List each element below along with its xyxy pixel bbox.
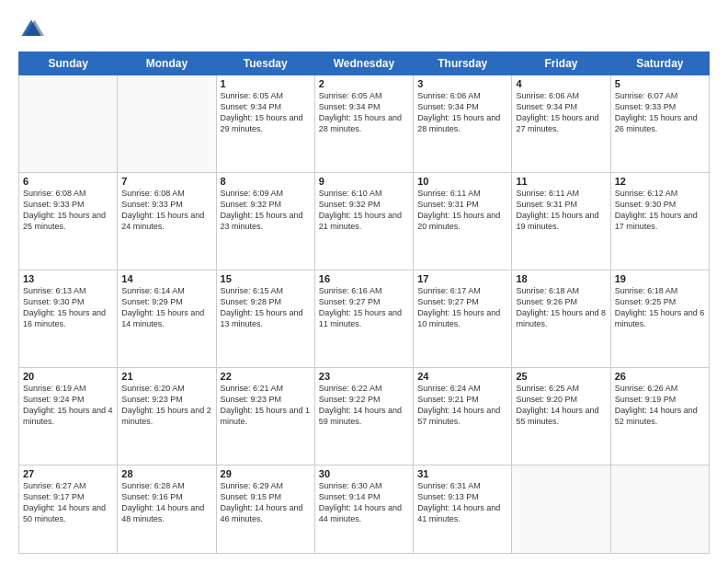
day-number: 12 bbox=[615, 176, 705, 187]
calendar-cell: 28Sunrise: 6:28 AM Sunset: 9:16 PM Dayli… bbox=[118, 465, 216, 553]
day-number: 24 bbox=[417, 371, 507, 382]
day-number: 22 bbox=[221, 371, 311, 382]
calendar-cell: 14Sunrise: 6:14 AM Sunset: 9:29 PM Dayli… bbox=[118, 270, 216, 367]
day-info: Sunrise: 6:18 AM Sunset: 9:26 PM Dayligh… bbox=[516, 285, 606, 330]
calendar-cell: 2Sunrise: 6:05 AM Sunset: 9:34 PM Daylig… bbox=[314, 75, 413, 173]
calendar-week-row: 1Sunrise: 6:05 AM Sunset: 9:34 PM Daylig… bbox=[19, 75, 710, 173]
day-info: Sunrise: 6:13 AM Sunset: 9:30 PM Dayligh… bbox=[23, 285, 113, 330]
calendar-cell: 9Sunrise: 6:10 AM Sunset: 9:32 PM Daylig… bbox=[314, 172, 413, 270]
day-info: Sunrise: 6:05 AM Sunset: 9:34 PM Dayligh… bbox=[221, 90, 311, 135]
day-info: Sunrise: 6:06 AM Sunset: 9:34 PM Dayligh… bbox=[516, 90, 606, 135]
calendar-cell: 31Sunrise: 6:31 AM Sunset: 9:13 PM Dayli… bbox=[414, 465, 512, 553]
page: Sunday Monday Tuesday Wednesday Thursday… bbox=[0, 0, 728, 563]
day-number: 11 bbox=[516, 176, 606, 187]
calendar-cell: 19Sunrise: 6:18 AM Sunset: 9:25 PM Dayli… bbox=[610, 270, 709, 367]
day-number: 16 bbox=[319, 273, 409, 284]
col-friday: Friday bbox=[512, 52, 610, 75]
calendar-cell: 15Sunrise: 6:15 AM Sunset: 9:28 PM Dayli… bbox=[216, 270, 314, 367]
col-monday: Monday bbox=[118, 52, 216, 75]
day-number: 13 bbox=[23, 273, 113, 284]
col-wednesday: Wednesday bbox=[314, 52, 413, 75]
day-number: 3 bbox=[417, 78, 507, 89]
day-number: 9 bbox=[319, 176, 409, 187]
day-info: Sunrise: 6:31 AM Sunset: 9:13 PM Dayligh… bbox=[417, 480, 507, 525]
day-info: Sunrise: 6:15 AM Sunset: 9:28 PM Dayligh… bbox=[221, 285, 311, 330]
day-number: 6 bbox=[23, 176, 113, 187]
calendar-cell: 20Sunrise: 6:19 AM Sunset: 9:24 PM Dayli… bbox=[19, 367, 118, 465]
day-number: 8 bbox=[221, 176, 311, 187]
day-info: Sunrise: 6:14 AM Sunset: 9:29 PM Dayligh… bbox=[121, 285, 211, 330]
day-info: Sunrise: 6:27 AM Sunset: 9:17 PM Dayligh… bbox=[23, 480, 113, 525]
calendar-cell: 25Sunrise: 6:25 AM Sunset: 9:20 PM Dayli… bbox=[512, 367, 610, 465]
col-saturday: Saturday bbox=[610, 52, 709, 75]
day-info: Sunrise: 6:09 AM Sunset: 9:32 PM Dayligh… bbox=[221, 188, 311, 233]
day-info: Sunrise: 6:08 AM Sunset: 9:33 PM Dayligh… bbox=[121, 188, 211, 233]
day-info: Sunrise: 6:12 AM Sunset: 9:30 PM Dayligh… bbox=[615, 188, 705, 233]
day-info: Sunrise: 6:17 AM Sunset: 9:27 PM Dayligh… bbox=[417, 285, 507, 330]
calendar-cell: 13Sunrise: 6:13 AM Sunset: 9:30 PM Dayli… bbox=[19, 270, 118, 367]
day-number: 19 bbox=[615, 273, 705, 284]
day-number: 28 bbox=[121, 468, 211, 479]
calendar-cell: 26Sunrise: 6:26 AM Sunset: 9:19 PM Dayli… bbox=[610, 367, 709, 465]
calendar-cell: 18Sunrise: 6:18 AM Sunset: 9:26 PM Dayli… bbox=[512, 270, 610, 367]
day-number: 4 bbox=[516, 78, 606, 89]
col-tuesday: Tuesday bbox=[216, 52, 314, 75]
day-number: 25 bbox=[516, 371, 606, 382]
calendar-table: Sunday Monday Tuesday Wednesday Thursday… bbox=[18, 52, 710, 554]
calendar-cell bbox=[118, 75, 216, 173]
calendar-cell: 17Sunrise: 6:17 AM Sunset: 9:27 PM Dayli… bbox=[414, 270, 512, 367]
calendar-cell: 5Sunrise: 6:07 AM Sunset: 9:33 PM Daylig… bbox=[610, 75, 709, 173]
logo bbox=[18, 17, 48, 42]
day-number: 30 bbox=[319, 468, 409, 479]
logo-icon bbox=[18, 17, 44, 42]
calendar-week-row: 13Sunrise: 6:13 AM Sunset: 9:30 PM Dayli… bbox=[19, 270, 710, 367]
calendar-cell: 6Sunrise: 6:08 AM Sunset: 9:33 PM Daylig… bbox=[19, 172, 118, 270]
calendar-cell: 12Sunrise: 6:12 AM Sunset: 9:30 PM Dayli… bbox=[610, 172, 709, 270]
day-number: 29 bbox=[221, 468, 311, 479]
calendar-cell: 4Sunrise: 6:06 AM Sunset: 9:34 PM Daylig… bbox=[512, 75, 610, 173]
day-number: 27 bbox=[23, 468, 113, 479]
calendar-cell: 16Sunrise: 6:16 AM Sunset: 9:27 PM Dayli… bbox=[314, 270, 413, 367]
day-number: 21 bbox=[121, 371, 211, 382]
calendar-week-row: 6Sunrise: 6:08 AM Sunset: 9:33 PM Daylig… bbox=[19, 172, 710, 270]
day-number: 31 bbox=[417, 468, 507, 479]
day-info: Sunrise: 6:07 AM Sunset: 9:33 PM Dayligh… bbox=[615, 90, 705, 135]
calendar-cell: 3Sunrise: 6:06 AM Sunset: 9:34 PM Daylig… bbox=[414, 75, 512, 173]
col-sunday: Sunday bbox=[19, 52, 118, 75]
day-number: 1 bbox=[221, 78, 311, 89]
day-info: Sunrise: 6:28 AM Sunset: 9:16 PM Dayligh… bbox=[121, 480, 211, 525]
day-info: Sunrise: 6:11 AM Sunset: 9:31 PM Dayligh… bbox=[516, 188, 606, 233]
day-info: Sunrise: 6:22 AM Sunset: 9:22 PM Dayligh… bbox=[319, 383, 409, 428]
day-number: 17 bbox=[417, 273, 507, 284]
calendar-week-row: 27Sunrise: 6:27 AM Sunset: 9:17 PM Dayli… bbox=[19, 465, 710, 553]
calendar-cell: 11Sunrise: 6:11 AM Sunset: 9:31 PM Dayli… bbox=[512, 172, 610, 270]
day-number: 5 bbox=[615, 78, 705, 89]
day-number: 2 bbox=[319, 78, 409, 89]
day-info: Sunrise: 6:21 AM Sunset: 9:23 PM Dayligh… bbox=[221, 383, 311, 428]
day-number: 10 bbox=[417, 176, 507, 187]
calendar-cell: 10Sunrise: 6:11 AM Sunset: 9:31 PM Dayli… bbox=[414, 172, 512, 270]
day-number: 18 bbox=[516, 273, 606, 284]
day-info: Sunrise: 6:29 AM Sunset: 9:15 PM Dayligh… bbox=[221, 480, 311, 525]
day-info: Sunrise: 6:19 AM Sunset: 9:24 PM Dayligh… bbox=[23, 383, 113, 428]
day-number: 20 bbox=[23, 371, 113, 382]
day-info: Sunrise: 6:11 AM Sunset: 9:31 PM Dayligh… bbox=[417, 188, 507, 233]
day-number: 26 bbox=[615, 371, 705, 382]
day-info: Sunrise: 6:08 AM Sunset: 9:33 PM Dayligh… bbox=[23, 188, 113, 233]
calendar-cell: 29Sunrise: 6:29 AM Sunset: 9:15 PM Dayli… bbox=[216, 465, 314, 553]
calendar-cell bbox=[512, 465, 610, 553]
calendar-cell: 23Sunrise: 6:22 AM Sunset: 9:22 PM Dayli… bbox=[314, 367, 413, 465]
calendar-cell bbox=[610, 465, 709, 553]
calendar-cell: 8Sunrise: 6:09 AM Sunset: 9:32 PM Daylig… bbox=[216, 172, 314, 270]
col-thursday: Thursday bbox=[414, 52, 512, 75]
calendar-week-row: 20Sunrise: 6:19 AM Sunset: 9:24 PM Dayli… bbox=[19, 367, 710, 465]
calendar-header-row: Sunday Monday Tuesday Wednesday Thursday… bbox=[19, 52, 710, 75]
day-number: 7 bbox=[121, 176, 211, 187]
day-info: Sunrise: 6:18 AM Sunset: 9:25 PM Dayligh… bbox=[615, 285, 705, 330]
day-info: Sunrise: 6:06 AM Sunset: 9:34 PM Dayligh… bbox=[417, 90, 507, 135]
calendar-cell: 22Sunrise: 6:21 AM Sunset: 9:23 PM Dayli… bbox=[216, 367, 314, 465]
calendar-cell: 24Sunrise: 6:24 AM Sunset: 9:21 PM Dayli… bbox=[414, 367, 512, 465]
calendar-cell: 7Sunrise: 6:08 AM Sunset: 9:33 PM Daylig… bbox=[118, 172, 216, 270]
day-number: 14 bbox=[121, 273, 211, 284]
day-info: Sunrise: 6:30 AM Sunset: 9:14 PM Dayligh… bbox=[319, 480, 409, 525]
